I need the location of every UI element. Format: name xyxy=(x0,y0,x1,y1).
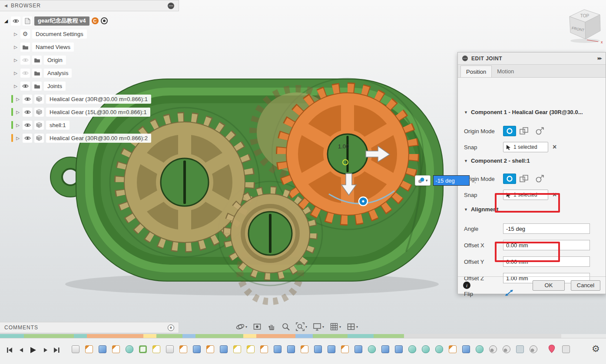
step-forward-button[interactable] xyxy=(42,347,48,354)
expand-icon[interactable]: ▷ xyxy=(13,71,18,75)
go-to-end-button[interactable] xyxy=(53,347,60,354)
section-caret-icon[interactable]: ▼ xyxy=(464,159,468,163)
info-icon[interactable]: i xyxy=(463,282,470,289)
grid-snap-icon[interactable]: ▾ xyxy=(328,321,342,332)
panel-collapse-icon[interactable]: — xyxy=(168,3,174,9)
visibility-eye-icon[interactable] xyxy=(23,121,32,130)
timeline-feature-solid[interactable] xyxy=(328,345,335,353)
browser-row-analysis[interactable]: ▷ Analysis xyxy=(13,68,72,78)
origin-mode-simple-icon[interactable] xyxy=(503,174,516,184)
timeline-feature-doc[interactable] xyxy=(72,345,79,353)
visibility-eye-off-icon[interactable] xyxy=(20,56,30,65)
timeline-feature-solid[interactable] xyxy=(220,345,228,353)
visibility-eye-off-icon[interactable] xyxy=(20,69,30,78)
dialog-expand-icon[interactable]: ▶▶ xyxy=(598,56,601,60)
expand-icon[interactable]: ▷ xyxy=(15,123,20,128)
timeline-feature-solid[interactable] xyxy=(314,345,322,353)
cancel-button[interactable]: Cancel xyxy=(571,280,600,291)
timeline-feature-solid[interactable] xyxy=(381,345,389,353)
timeline-marker-pin-icon[interactable] xyxy=(548,344,555,355)
timeline-feature-sketch[interactable] xyxy=(179,345,187,353)
timeline-feature-sketch-y[interactable] xyxy=(152,345,160,353)
timeline-feature-solid[interactable] xyxy=(462,345,470,353)
timeline-feature-sketch[interactable] xyxy=(260,345,268,353)
timeline-feature-sketch-y[interactable] xyxy=(233,345,241,353)
origin-mode-two-edges-icon[interactable] xyxy=(533,126,546,136)
expand-icon[interactable]: ▷ xyxy=(13,32,18,36)
browser-row-shell[interactable]: ▷ shell:1 xyxy=(11,120,70,130)
collapse-arrow-icon[interactable]: ◀ xyxy=(4,3,7,8)
browser-row-helical-gear-3[interactable]: ▷ Healical Gear (30R@30.00 m=0.866):2 xyxy=(11,133,151,143)
timeline-feature-pattern[interactable] xyxy=(139,345,147,353)
timeline-feature-solid[interactable] xyxy=(274,345,281,353)
timeline-feature-scale[interactable] xyxy=(516,345,524,353)
timeline-feature-cyl[interactable] xyxy=(435,345,443,353)
timeline-feature-sketch[interactable] xyxy=(449,345,457,353)
timeline-feature-sketch[interactable] xyxy=(301,345,308,353)
tab-position[interactable]: Position xyxy=(460,66,492,77)
angle-input[interactable] xyxy=(503,223,590,234)
origin-mode-between-faces-icon[interactable] xyxy=(518,126,531,136)
timeline-feature-joint[interactable] xyxy=(489,345,497,353)
expand-icon[interactable]: ▷ xyxy=(15,110,20,115)
alignment-section-header[interactable]: ▼ Alignment xyxy=(464,206,498,213)
dialog-titlebar[interactable]: — EDIT JOINT ▶▶ xyxy=(458,52,606,65)
timeline-group-strip[interactable] xyxy=(0,334,606,338)
orbit-icon[interactable]: ▾ xyxy=(235,321,248,332)
browser-row-named-views[interactable]: ▷ Named Views xyxy=(13,42,74,52)
display-settings-icon[interactable]: ▾ xyxy=(311,321,325,332)
timeline-feature-solid[interactable] xyxy=(395,345,403,353)
component2-section-header[interactable]: ▼ Component 2 - shell:1 xyxy=(464,157,530,164)
snap-selection-button-1[interactable]: 1 selected xyxy=(503,142,548,152)
browser-row-document-settings[interactable]: ▷ ⚙ Document Settings xyxy=(13,29,87,39)
browser-row-root[interactable]: ◢ gear纪念品教程 v4 C xyxy=(3,16,108,26)
browser-panel-header[interactable]: ◀ BROWSER — xyxy=(0,0,179,11)
pan-hand-icon[interactable] xyxy=(266,321,277,332)
timeline-feature-cyl[interactable] xyxy=(408,345,416,353)
viewcube[interactable]: TOP FRONT x xyxy=(562,2,605,47)
zoom-icon[interactable] xyxy=(280,321,291,332)
angle-overlay-input[interactable]: -15 deg xyxy=(433,175,470,186)
look-at-icon[interactable] xyxy=(252,321,263,332)
clear-selection-icon-1[interactable]: × xyxy=(553,143,556,151)
timeline-feature-cyl[interactable] xyxy=(476,345,483,353)
visibility-eye-icon[interactable] xyxy=(20,82,30,91)
timeline-feature-doc[interactable] xyxy=(166,345,174,353)
timeline-feature-joint[interactable] xyxy=(503,345,510,353)
browser-row-helical-gear-1[interactable]: ▷ Healical Gear (30R@30.00 m=0.866):1 xyxy=(11,94,151,104)
go-to-start-button[interactable] xyxy=(6,347,13,354)
section-caret-icon[interactable]: ▼ xyxy=(464,110,468,115)
ok-button[interactable]: OK xyxy=(533,280,565,291)
origin-mode-two-edges-icon[interactable] xyxy=(533,174,546,184)
expand-icon[interactable]: ▷ xyxy=(13,45,18,49)
timeline-feature-sketch-y[interactable] xyxy=(247,345,255,353)
timeline-feature-solid[interactable] xyxy=(193,345,201,353)
dialog-grip-icon[interactable]: — xyxy=(462,56,468,61)
expand-icon[interactable]: ▷ xyxy=(15,136,20,141)
tab-motion[interactable]: Motion xyxy=(492,66,519,77)
timeline-feature-sketch[interactable] xyxy=(341,345,349,353)
zoom-window-icon[interactable]: ▾ xyxy=(295,321,308,332)
visibility-eye-icon[interactable] xyxy=(11,16,20,26)
add-comment-icon[interactable]: + xyxy=(168,325,174,331)
play-button[interactable] xyxy=(29,346,37,354)
timeline-settings-gear-icon[interactable]: ⚙ xyxy=(592,344,600,354)
visibility-eye-icon[interactable] xyxy=(23,108,32,117)
expand-icon[interactable]: ▷ xyxy=(13,58,18,62)
expand-icon[interactable]: ▷ xyxy=(15,97,20,102)
timeline-feature-cyl[interactable] xyxy=(126,345,133,353)
timeline-feature-solid[interactable] xyxy=(354,345,362,353)
timeline-feature-sketch[interactable] xyxy=(85,345,93,353)
origin-mode-between-faces-icon[interactable] xyxy=(518,174,531,184)
browser-row-joints[interactable]: ▷ Joints xyxy=(13,81,66,91)
timeline-feature-sketch[interactable] xyxy=(112,345,120,353)
overflow-dots-icon[interactable]: ⋮ xyxy=(472,177,479,184)
browser-row-origin[interactable]: ▷ Origin xyxy=(13,55,66,65)
visibility-eye-icon[interactable] xyxy=(23,134,32,143)
viewports-icon[interactable]: ▾ xyxy=(345,321,359,332)
timeline-feature-cyl[interactable] xyxy=(368,345,376,353)
section-caret-icon[interactable]: ▼ xyxy=(464,207,468,212)
expand-icon[interactable]: ◢ xyxy=(3,18,9,24)
step-back-button[interactable] xyxy=(18,347,24,354)
comments-panel-header[interactable]: COMMENTS + xyxy=(0,322,179,333)
